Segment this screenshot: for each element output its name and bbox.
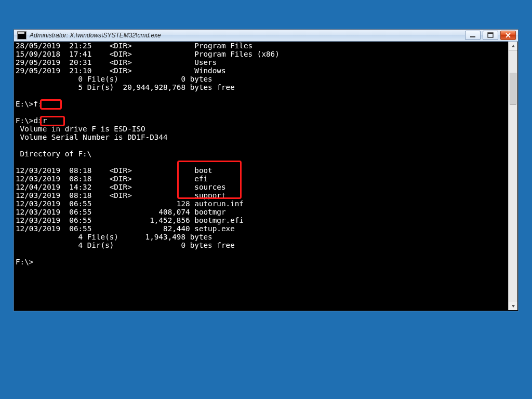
scroll-thumb[interactable]	[510, 73, 516, 105]
cmd-icon	[17, 31, 26, 39]
svg-marker-5	[512, 45, 515, 47]
console-area: 28/05/2019 21:25 <DIR> Program Files 15/…	[15, 42, 517, 310]
console-output[interactable]: 28/05/2019 21:25 <DIR> Program Files 15/…	[15, 42, 508, 310]
cmd-window: Administrator: X:\windows\SYSTEM32\cmd.e…	[14, 29, 518, 311]
scroll-down-button[interactable]	[509, 301, 517, 310]
close-button[interactable]	[500, 31, 516, 40]
titlebar[interactable]: Administrator: X:\windows\SYSTEM32\cmd.e…	[14, 30, 518, 42]
maximize-button[interactable]	[483, 31, 498, 40]
minimize-button[interactable]	[465, 31, 481, 40]
vertical-scrollbar[interactable]	[508, 42, 517, 310]
window-title: Administrator: X:\windows\SYSTEM32\cmd.e…	[30, 32, 465, 39]
svg-marker-6	[512, 305, 515, 308]
window-controls	[465, 31, 516, 40]
scroll-up-button[interactable]	[509, 42, 517, 51]
